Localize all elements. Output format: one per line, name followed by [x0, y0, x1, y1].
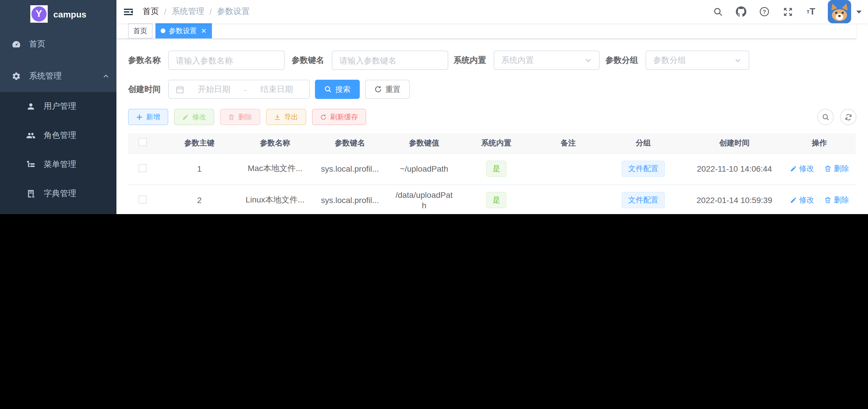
chevron-down-icon: [734, 57, 742, 64]
param-name-input-wrap: [168, 50, 285, 70]
search-icon[interactable]: [708, 0, 728, 23]
sidebar-item-system[interactable]: 系统管理: [0, 60, 117, 92]
tree-table-icon: [26, 160, 35, 169]
app-logo[interactable]: Y campus: [0, 0, 117, 28]
logo-icon: Y: [30, 5, 48, 23]
refresh-table-button[interactable]: [840, 109, 856, 125]
col-header-builtin: 系统内置: [457, 133, 535, 153]
edit-button[interactable]: 修改: [174, 109, 214, 125]
export-button[interactable]: 导出: [266, 109, 306, 125]
refresh-icon: [320, 114, 327, 120]
fullscreen-icon[interactable]: [778, 0, 798, 23]
breadcrumb-current: 参数设置: [217, 6, 250, 17]
delete-button-label: 删除: [238, 112, 252, 122]
group-select-value: 参数分组: [653, 55, 686, 65]
page-content: 参数名称 参数键名 系统内置 系统内置 参数分组: [117, 39, 868, 214]
end-date-input[interactable]: 结束日期: [251, 84, 302, 95]
add-button[interactable]: 新增: [128, 109, 168, 125]
refresh-cache-button-label: 刷新缓存: [330, 112, 358, 122]
row-edit-button[interactable]: 修改: [790, 164, 814, 174]
caret-down-icon[interactable]: [856, 8, 862, 15]
close-icon[interactable]: [201, 28, 207, 34]
param-name-input[interactable]: [176, 56, 277, 65]
sidebar-item-roles[interactable]: 角色管理: [0, 121, 117, 150]
github-icon[interactable]: [731, 0, 751, 23]
refresh-cache-button[interactable]: 刷新缓存: [312, 109, 366, 125]
dict-icon: [26, 189, 35, 198]
row-edit-label: 修改: [799, 195, 814, 205]
sidebar-item-home[interactable]: 首页: [0, 28, 117, 60]
sidebar-item-dict[interactable]: 字典管理: [0, 179, 117, 208]
date-range-picker[interactable]: 开始日期 - 结束日期: [168, 80, 310, 99]
search-button[interactable]: 搜索: [315, 80, 360, 99]
builtin-select-value: 系统内置: [501, 55, 534, 65]
cell-id: 1: [157, 153, 242, 184]
row-edit-button[interactable]: 修改: [790, 195, 814, 205]
avatar[interactable]: [828, 0, 851, 23]
group-tag: 文件配置: [622, 161, 665, 177]
tags-view-bar: 首页 参数设置: [117, 23, 856, 39]
toggle-search-button[interactable]: [817, 109, 834, 125]
select-all-checkbox[interactable]: [138, 138, 147, 146]
builtin-tag: 是: [486, 192, 506, 208]
col-header-id: 参数主键: [157, 133, 242, 153]
reset-button-label: 重置: [385, 84, 401, 95]
cell-id: 2: [157, 184, 242, 214]
gear-icon: [12, 71, 21, 80]
sidebar: Y campus 首页 系统管理: [0, 0, 117, 214]
search-icon: [822, 113, 829, 121]
cell-created: 2022-01-14 10:59:39: [686, 184, 783, 214]
tab-home[interactable]: 首页: [128, 23, 153, 38]
group-label: 参数分组: [606, 55, 646, 65]
fontsize-icon[interactable]: тT: [801, 0, 821, 23]
col-header-group: 分组: [601, 133, 686, 153]
trash-icon: [825, 165, 832, 172]
builtin-select[interactable]: 系统内置: [494, 50, 600, 70]
refresh-icon: [374, 86, 382, 93]
breadcrumb: 首页 / 系统管理 / 参数设置: [143, 6, 250, 17]
cell-name: Mac本地文件...: [242, 153, 309, 184]
sidebar-item-label: 系统管理: [29, 71, 62, 81]
trash-icon: [228, 114, 235, 120]
cell-value: /data/uploadPath: [391, 184, 457, 214]
question-icon[interactable]: ?: [754, 0, 774, 23]
add-button-label: 新增: [146, 112, 160, 122]
builtin-label: 系统内置: [454, 55, 494, 65]
col-header-name: 参数名称: [242, 133, 309, 153]
breadcrumb-separator: /: [164, 7, 166, 16]
edit-icon: [182, 114, 189, 120]
sidebar-item-users[interactable]: 用户管理: [0, 92, 117, 121]
tab-param-settings[interactable]: 参数设置: [155, 23, 212, 38]
row-delete-button[interactable]: 删除: [825, 164, 849, 174]
row-checkbox[interactable]: [138, 164, 147, 172]
sidebar-item-label: 用户管理: [44, 101, 76, 112]
breadcrumb-home[interactable]: 首页: [143, 6, 159, 17]
tab-label: 参数设置: [169, 26, 197, 36]
group-select[interactable]: 参数分组: [646, 50, 749, 70]
breadcrumb-section: 系统管理: [172, 6, 204, 17]
search-button-label: 搜索: [335, 84, 350, 95]
cell-created: 2022-11-10 14:06:44: [686, 153, 783, 184]
builtin-tag: 是: [486, 161, 506, 177]
col-header-created: 创建时间: [686, 133, 783, 153]
search-icon: [324, 86, 332, 93]
refresh-icon: [844, 113, 852, 121]
fontsize-big-glyph: T: [809, 7, 815, 16]
row-checkbox[interactable]: [138, 195, 147, 203]
table-row: 2 Linux本地文件... sys.local.profil... /data…: [128, 184, 856, 214]
cell-name: Linux本地文件...: [242, 184, 309, 214]
delete-button[interactable]: 删除: [220, 109, 260, 125]
date-range-separator: -: [244, 84, 247, 94]
table-row: 1 Mac本地文件... sys.local.profil... ~/uploa…: [128, 153, 856, 184]
user-menu[interactable]: [828, 0, 862, 23]
sidebar-toggle-button[interactable]: [117, 0, 140, 23]
row-delete-button[interactable]: 删除: [825, 195, 849, 205]
sidebar-item-label: 菜单管理: [44, 160, 76, 170]
sidebar-item-menus[interactable]: 菜单管理: [0, 150, 117, 179]
start-date-input[interactable]: 开始日期: [189, 84, 239, 95]
row-delete-label: 删除: [834, 195, 849, 205]
page: Y campus 首页 系统管理: [0, 0, 868, 409]
reset-button[interactable]: 重置: [365, 80, 410, 99]
param-key-input[interactable]: [339, 56, 441, 65]
top-navbar: 首页 / 系统管理 / 参数设置 ?: [117, 0, 868, 23]
